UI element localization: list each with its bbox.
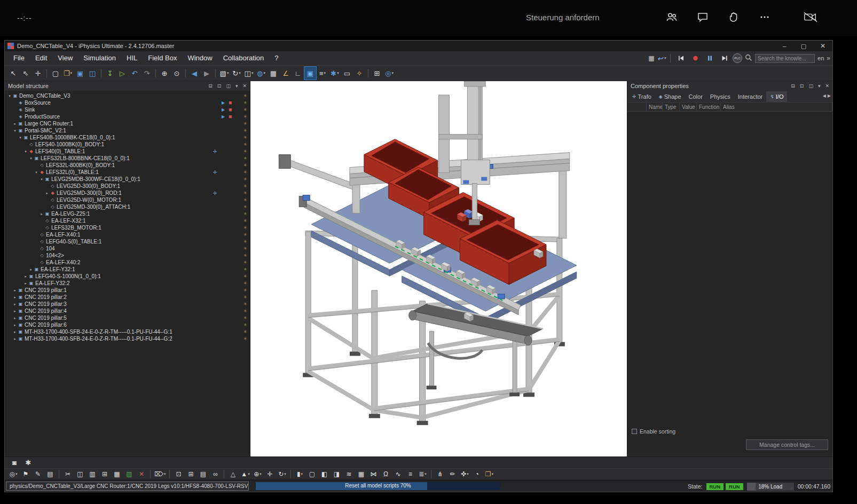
axes-button[interactable]: ✛ <box>264 469 276 479</box>
tree-node[interactable]: ▾◆LEFS32L(0)_TABLE:1✛✳ <box>5 169 250 176</box>
raise-hand-button[interactable] <box>726 10 741 25</box>
run-script-button[interactable]: ▷ <box>116 67 128 80</box>
dropdown-arrow-icon[interactable]: ▾ <box>260 472 262 476</box>
dropdown-arrow-icon[interactable]: ▾ <box>467 472 469 476</box>
menu-help[interactable]: ? <box>269 51 284 65</box>
dropdown-arrow-icon[interactable]: ▾ <box>263 71 265 75</box>
tree-node[interactable]: ◇LEFS40-1000BK(0)_BODY:1✳ <box>5 141 250 148</box>
menu-view[interactable]: View <box>52 51 78 65</box>
expander-icon[interactable]: ▸ <box>12 309 18 313</box>
dock-right-button[interactable]: ◨ <box>331 469 342 479</box>
expander-icon[interactable]: ▸ <box>12 323 18 327</box>
pause-button[interactable] <box>704 53 716 64</box>
dropdown-arrow-icon[interactable]: ▾ <box>301 472 303 476</box>
magnet-button[interactable]: Ω <box>380 469 391 479</box>
clipboard-button[interactable]: ▤ <box>44 469 56 479</box>
sliders-button[interactable]: ≣▾ <box>416 469 428 479</box>
pointer-tool[interactable]: ↖ <box>7 67 19 80</box>
open-model-button[interactable]: ❐▾ <box>62 67 74 80</box>
paste-button[interactable]: ▥ <box>87 469 98 479</box>
tree-node[interactable]: ▾▣Demo_CNCTable_V3✳ <box>5 92 250 99</box>
measure-edit-button[interactable]: ✧ <box>353 67 365 80</box>
skip-start-button[interactable] <box>675 53 687 64</box>
insert-row-button[interactable]: ⊞ <box>99 469 111 479</box>
join-button[interactable]: ⋈ <box>367 469 379 479</box>
dropdown-arrow-icon[interactable]: ▾ <box>284 472 286 476</box>
tree-node[interactable]: ◈BoxSource▶◼✳ <box>5 99 250 106</box>
dropdown-arrow-icon[interactable]: ▾ <box>391 71 394 75</box>
tree-node[interactable]: ▸▣Large CNC Router:1✳ <box>5 120 250 127</box>
freeze-button[interactable]: ✱▾ <box>329 67 341 80</box>
expander-icon[interactable]: ▸ <box>12 337 18 341</box>
tree-node[interactable]: ▸▣CNC 2019 pillar:4✳ <box>5 308 250 314</box>
cone-button[interactable]: △ <box>227 469 239 479</box>
expander-icon[interactable]: ▸ <box>23 281 28 286</box>
tree-node[interactable]: ▸▣CNC 2019 pillar:3✳ <box>5 301 250 308</box>
dock-panel-icon[interactable]: ◫ <box>808 83 813 89</box>
camera-off-button[interactable] <box>803 10 818 25</box>
origin-button[interactable]: ⊕▾ <box>251 469 263 479</box>
minimize-button[interactable]: – <box>775 41 794 51</box>
zoom-fit-button[interactable]: ⊕ <box>159 67 170 80</box>
panel-menu-icon[interactable]: ▾ <box>235 83 238 89</box>
dropdown-arrow-icon[interactable]: ▾ <box>492 472 494 476</box>
folder-button[interactable]: ❐▾ <box>483 469 495 479</box>
chart-button[interactable]: ≋ <box>343 469 355 479</box>
dropdown-arrow-icon[interactable]: ▾ <box>239 71 241 75</box>
tree-node[interactable]: ▸▣LEFG40-S-1000N(1_0_0):1✳ <box>5 273 250 280</box>
step-forward-button[interactable] <box>718 53 730 64</box>
column-header-alias[interactable]: Alias <box>721 103 832 111</box>
language-label[interactable]: en <box>817 55 824 61</box>
expander-icon[interactable]: ▸ <box>44 191 50 195</box>
dropdown-arrow-icon[interactable]: ▾ <box>15 472 18 476</box>
dropdown-arrow-icon[interactable]: ▾ <box>324 71 326 75</box>
enable-sorting-checkbox[interactable] <box>632 429 637 434</box>
document-button[interactable]: ▢ <box>306 469 318 479</box>
undo-history-button[interactable]: ↩ ▾ <box>657 54 666 62</box>
column-header-function[interactable]: Function <box>697 103 721 111</box>
grid-button[interactable]: ▦ <box>355 469 367 479</box>
collapse-panel-icon[interactable]: ⊟ <box>208 83 213 89</box>
pillar-button[interactable]: ▮▾ <box>294 469 305 479</box>
tree-node[interactable]: ▸▣CNC 2019 pillar:2✳ <box>5 294 250 301</box>
menu-hil[interactable]: HIL <box>121 51 143 65</box>
save-all-button[interactable]: ◫ <box>87 67 98 80</box>
tab-scroll-left-icon[interactable]: ◀ <box>823 93 826 98</box>
screenshot-button[interactable]: ▭ <box>341 67 353 80</box>
tree-node[interactable]: ▸▣MT-H33-1700-400-SFB-24-E-0-Z-R-TM-----… <box>5 328 250 335</box>
panel-menu-icon[interactable]: ▾ <box>818 83 821 89</box>
pointer-select-tool[interactable]: ⇖ <box>20 67 32 80</box>
viewport-3d-scene[interactable] <box>250 81 627 456</box>
titlebar[interactable]: Demo_CNCTable_V4 - iPhysics Ultimate - 2… <box>5 41 832 51</box>
float-panel-icon[interactable]: ⊡ <box>217 83 222 89</box>
enable-sorting-row[interactable]: Enable sorting <box>632 428 828 435</box>
save-button[interactable]: ▣ <box>74 67 86 80</box>
tree-node[interactable]: ▾▣LEVG25MDB-300WF-CE18(0_0_0):1✳ <box>5 176 250 183</box>
view-back-button[interactable]: ◀ <box>188 67 200 80</box>
expander-icon[interactable]: ▾ <box>7 94 12 98</box>
tree-node[interactable]: ◈Sink▶◼✳ <box>5 106 250 113</box>
column-header-name[interactable]: Name <box>647 103 663 111</box>
tab-i-o[interactable]: ↯I/O <box>766 91 787 102</box>
close-panel-icon[interactable]: ✕ <box>825 83 829 89</box>
overflow-chevrons-icon[interactable]: » <box>827 54 830 62</box>
play-badge-icon[interactable]: ▶ <box>222 114 225 119</box>
expander-icon[interactable]: ▾ <box>34 170 39 175</box>
dock-left-button[interactable]: ◧ <box>318 469 330 479</box>
expander-icon[interactable]: ▸ <box>12 288 18 293</box>
pointer-add-tool[interactable]: ✛ <box>32 67 44 80</box>
table-config-button[interactable]: ▦ <box>111 469 123 479</box>
highlight-selection-button[interactable]: ▣ <box>304 67 316 80</box>
play-badge-icon[interactable]: ▶ <box>222 107 225 112</box>
menu-collaboration[interactable]: Collaboration <box>218 51 270 65</box>
request-control-label[interactable]: Steuerung anfordern <box>526 13 600 22</box>
maximize-button[interactable]: ▢ <box>794 41 813 51</box>
dropdown-arrow-icon[interactable]: ▾ <box>424 472 427 476</box>
stop-badge-icon[interactable]: ◼ <box>229 100 232 105</box>
tab-scroll-right-icon[interactable]: ▶ <box>828 93 831 98</box>
zoom-mode-button[interactable]: ◎▾ <box>7 469 19 479</box>
expander-icon[interactable]: ▸ <box>12 295 18 300</box>
tree-node[interactable]: ▸▣EA-LEVG-Z25:1✳ <box>5 210 250 217</box>
tree-node[interactable]: ◇EA-LEF-X32:1✳ <box>5 217 250 224</box>
tree-node[interactable]: ◇104✳ <box>5 245 250 252</box>
